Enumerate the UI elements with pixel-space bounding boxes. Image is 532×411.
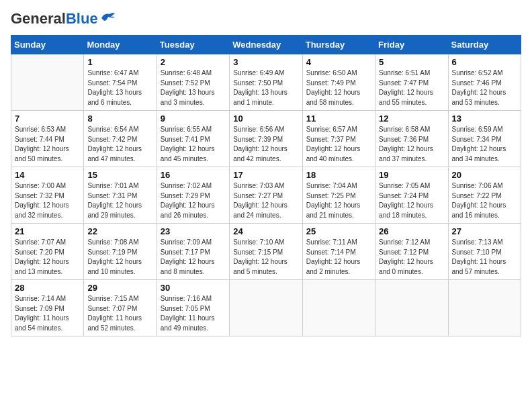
day-info: Sunrise: 7:04 AMSunset: 7:25 PMDaylight:…	[306, 181, 371, 220]
day-number: 22	[87, 226, 152, 236]
calendar-cell: 2Sunrise: 6:48 AMSunset: 7:52 PMDaylight…	[157, 54, 229, 111]
calendar-cell: 17Sunrise: 7:03 AMSunset: 7:27 PMDayligh…	[230, 167, 302, 224]
calendar-cell	[448, 280, 521, 336]
calendar-cell: 15Sunrise: 7:01 AMSunset: 7:31 PMDayligh…	[84, 167, 157, 224]
day-of-week-header: Monday	[84, 36, 157, 54]
day-number: 30	[161, 283, 226, 293]
day-info: Sunrise: 7:05 AMSunset: 7:24 PMDaylight:…	[379, 181, 444, 220]
day-info: Sunrise: 7:13 AMSunset: 7:10 PMDaylight:…	[452, 238, 517, 277]
calendar-cell: 5Sunrise: 6:51 AMSunset: 7:47 PMDaylight…	[375, 54, 448, 111]
day-number: 15	[87, 170, 152, 180]
day-info: Sunrise: 6:58 AMSunset: 7:36 PMDaylight:…	[379, 125, 444, 164]
calendar-cell: 30Sunrise: 7:16 AMSunset: 7:05 PMDayligh…	[157, 280, 229, 336]
day-info: Sunrise: 7:09 AMSunset: 7:17 PMDaylight:…	[161, 238, 226, 277]
calendar-cell: 27Sunrise: 7:13 AMSunset: 7:10 PMDayligh…	[448, 224, 521, 280]
day-number: 9	[161, 113, 226, 124]
day-number: 8	[87, 113, 152, 124]
day-info: Sunrise: 7:14 AMSunset: 7:09 PMDaylight:…	[15, 294, 80, 333]
day-of-week-header: Friday	[375, 36, 448, 54]
calendar-week-row: 21Sunrise: 7:07 AMSunset: 7:20 PMDayligh…	[11, 224, 521, 280]
day-info: Sunrise: 7:02 AMSunset: 7:29 PMDaylight:…	[161, 181, 226, 220]
calendar-week-row: 28Sunrise: 7:14 AMSunset: 7:09 PMDayligh…	[11, 280, 521, 336]
day-info: Sunrise: 7:00 AMSunset: 7:32 PMDaylight:…	[15, 181, 80, 220]
calendar-cell: 20Sunrise: 7:06 AMSunset: 7:22 PMDayligh…	[448, 167, 521, 224]
logo: GeneralBlue	[11, 11, 116, 27]
calendar-cell	[230, 280, 302, 336]
day-number: 17	[233, 170, 298, 180]
day-info: Sunrise: 7:15 AMSunset: 7:07 PMDaylight:…	[87, 294, 152, 333]
calendar-cell: 28Sunrise: 7:14 AMSunset: 7:09 PMDayligh…	[11, 280, 84, 336]
logo-general-text: General	[11, 10, 66, 27]
day-number: 20	[452, 170, 517, 180]
day-info: Sunrise: 7:08 AMSunset: 7:19 PMDaylight:…	[87, 238, 152, 277]
day-number: 6	[452, 57, 517, 67]
day-number: 19	[379, 170, 444, 180]
calendar-week-row: 7Sunrise: 6:53 AMSunset: 7:44 PMDaylight…	[11, 111, 521, 167]
logo-bird-icon	[100, 11, 116, 24]
logo-blue-text: Blue	[66, 10, 98, 27]
day-number: 21	[15, 226, 80, 236]
calendar-cell: 1Sunrise: 6:47 AMSunset: 7:54 PMDaylight…	[84, 54, 157, 111]
calendar-table: SundayMondayTuesdayWednesdayThursdayFrid…	[11, 35, 521, 336]
day-number: 18	[306, 170, 371, 180]
calendar-week-row: 1Sunrise: 6:47 AMSunset: 7:54 PMDaylight…	[11, 54, 521, 111]
day-number: 7	[15, 113, 80, 124]
day-number: 3	[233, 57, 298, 67]
day-number: 28	[15, 283, 80, 293]
day-number: 13	[452, 113, 517, 124]
calendar-cell: 12Sunrise: 6:58 AMSunset: 7:36 PMDayligh…	[375, 111, 448, 167]
day-info: Sunrise: 6:49 AMSunset: 7:50 PMDaylight:…	[233, 68, 298, 107]
calendar-cell: 24Sunrise: 7:10 AMSunset: 7:15 PMDayligh…	[230, 224, 302, 280]
calendar-cell: 11Sunrise: 6:57 AMSunset: 7:37 PMDayligh…	[302, 111, 375, 167]
calendar-cell: 23Sunrise: 7:09 AMSunset: 7:17 PMDayligh…	[157, 224, 229, 280]
calendar-cell: 13Sunrise: 6:59 AMSunset: 7:34 PMDayligh…	[448, 111, 521, 167]
calendar-cell: 26Sunrise: 7:12 AMSunset: 7:12 PMDayligh…	[375, 224, 448, 280]
day-number: 24	[233, 226, 298, 236]
day-of-week-header: Saturday	[448, 36, 521, 54]
day-info: Sunrise: 7:06 AMSunset: 7:22 PMDaylight:…	[452, 181, 517, 220]
day-number: 4	[306, 57, 371, 67]
calendar-cell: 8Sunrise: 6:54 AMSunset: 7:42 PMDaylight…	[84, 111, 157, 167]
day-info: Sunrise: 7:07 AMSunset: 7:20 PMDaylight:…	[15, 238, 80, 277]
day-info: Sunrise: 6:56 AMSunset: 7:39 PMDaylight:…	[233, 125, 298, 164]
calendar-cell: 9Sunrise: 6:55 AMSunset: 7:41 PMDaylight…	[157, 111, 229, 167]
day-number: 1	[87, 57, 152, 67]
day-info: Sunrise: 7:03 AMSunset: 7:27 PMDaylight:…	[233, 181, 298, 220]
calendar-cell: 4Sunrise: 6:50 AMSunset: 7:49 PMDaylight…	[302, 54, 375, 111]
day-number: 10	[233, 113, 298, 124]
day-of-week-header: Thursday	[302, 36, 375, 54]
calendar-cell: 29Sunrise: 7:15 AMSunset: 7:07 PMDayligh…	[84, 280, 157, 336]
calendar-cell: 22Sunrise: 7:08 AMSunset: 7:19 PMDayligh…	[84, 224, 157, 280]
day-of-week-header: Tuesday	[157, 36, 229, 54]
calendar-cell: 21Sunrise: 7:07 AMSunset: 7:20 PMDayligh…	[11, 224, 84, 280]
day-info: Sunrise: 6:52 AMSunset: 7:46 PMDaylight:…	[452, 68, 517, 107]
day-info: Sunrise: 6:55 AMSunset: 7:41 PMDaylight:…	[161, 125, 226, 164]
day-number: 25	[306, 226, 371, 236]
day-info: Sunrise: 6:53 AMSunset: 7:44 PMDaylight:…	[15, 125, 80, 164]
day-info: Sunrise: 6:57 AMSunset: 7:37 PMDaylight:…	[306, 125, 371, 164]
calendar-cell: 25Sunrise: 7:11 AMSunset: 7:14 PMDayligh…	[302, 224, 375, 280]
calendar-cell	[302, 280, 375, 336]
day-info: Sunrise: 7:10 AMSunset: 7:15 PMDaylight:…	[233, 238, 298, 277]
day-number: 5	[379, 57, 444, 67]
page-header: GeneralBlue	[11, 11, 521, 27]
calendar-week-row: 14Sunrise: 7:00 AMSunset: 7:32 PMDayligh…	[11, 167, 521, 224]
calendar-cell: 7Sunrise: 6:53 AMSunset: 7:44 PMDaylight…	[11, 111, 84, 167]
day-of-week-header: Sunday	[11, 36, 84, 54]
calendar-cell: 18Sunrise: 7:04 AMSunset: 7:25 PMDayligh…	[302, 167, 375, 224]
day-info: Sunrise: 7:11 AMSunset: 7:14 PMDaylight:…	[306, 238, 371, 277]
day-info: Sunrise: 7:01 AMSunset: 7:31 PMDaylight:…	[87, 181, 152, 220]
calendar-cell: 10Sunrise: 6:56 AMSunset: 7:39 PMDayligh…	[230, 111, 302, 167]
calendar-cell: 19Sunrise: 7:05 AMSunset: 7:24 PMDayligh…	[375, 167, 448, 224]
day-info: Sunrise: 6:47 AMSunset: 7:54 PMDaylight:…	[87, 68, 152, 107]
day-info: Sunrise: 6:54 AMSunset: 7:42 PMDaylight:…	[87, 125, 152, 164]
day-number: 11	[306, 113, 371, 124]
calendar-cell: 3Sunrise: 6:49 AMSunset: 7:50 PMDaylight…	[230, 54, 302, 111]
day-info: Sunrise: 6:59 AMSunset: 7:34 PMDaylight:…	[452, 125, 517, 164]
day-info: Sunrise: 7:16 AMSunset: 7:05 PMDaylight:…	[161, 294, 226, 333]
day-number: 2	[161, 57, 226, 67]
day-number: 16	[161, 170, 226, 180]
calendar-cell: 14Sunrise: 7:00 AMSunset: 7:32 PMDayligh…	[11, 167, 84, 224]
calendar-header-row: SundayMondayTuesdayWednesdayThursdayFrid…	[11, 36, 521, 54]
day-number: 12	[379, 113, 444, 124]
